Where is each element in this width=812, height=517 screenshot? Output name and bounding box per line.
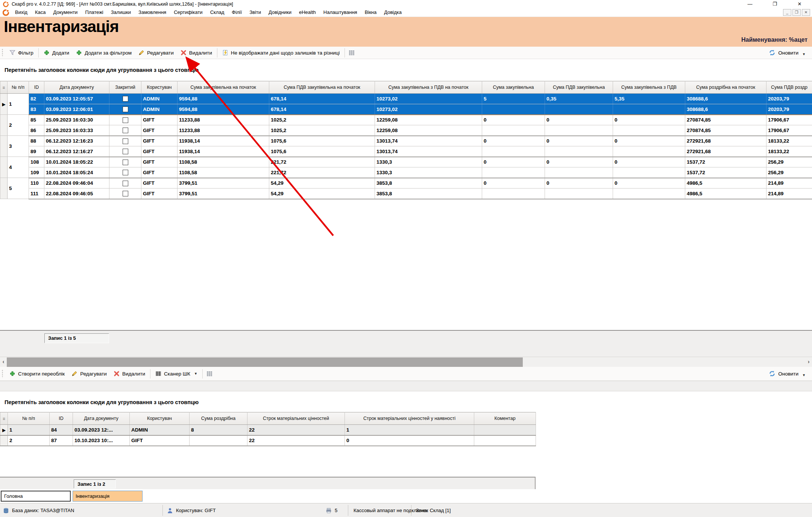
detail-edit-button[interactable]: Редагувати bbox=[68, 369, 110, 379]
cell-value[interactable]: 214,89 bbox=[766, 178, 812, 189]
cell-value[interactable]: 13013,74 bbox=[375, 146, 482, 157]
closed-checkbox[interactable] bbox=[123, 160, 128, 165]
cell-value[interactable] bbox=[190, 435, 247, 446]
horizontal-scrollbar[interactable]: ‹ › bbox=[0, 357, 812, 367]
cell-closed[interactable] bbox=[109, 146, 141, 157]
main-grid-row[interactable]: 8303.09.2023 12:06:01ADMIN9594,88678,141… bbox=[0, 104, 812, 115]
menu-item-3[interactable]: Документи bbox=[49, 8, 81, 17]
cell-user[interactable]: ADMIN bbox=[141, 104, 178, 115]
cell-date[interactable]: 22.08.2024 09:46:04 bbox=[44, 178, 109, 189]
closed-checkbox[interactable] bbox=[123, 128, 128, 133]
mdi-close-button[interactable]: ✕ bbox=[802, 9, 810, 16]
main-grid-column-header-7[interactable]: Сума ПДВ закупівельна на початок bbox=[269, 81, 375, 94]
main-grid-row[interactable]: 11122.08.2024 09:46:05GIFT3799,5154,2938… bbox=[0, 189, 812, 199]
cell-value[interactable]: 22 bbox=[247, 435, 345, 446]
cell-value[interactable]: 1 bbox=[345, 425, 474, 435]
tab-main[interactable]: Головна bbox=[1, 491, 71, 502]
cell-value[interactable]: 17906,67 bbox=[766, 115, 812, 125]
cell-value[interactable]: 1537,72 bbox=[685, 167, 766, 178]
restore-button[interactable]: ❐ bbox=[762, 0, 787, 8]
cell-value[interactable] bbox=[613, 125, 685, 136]
add-button[interactable]: Додати bbox=[40, 48, 73, 58]
cell-value[interactable]: 8 bbox=[190, 425, 247, 435]
cell-value[interactable]: 3799,51 bbox=[178, 178, 269, 189]
cell-value[interactable]: 0,35 bbox=[545, 94, 613, 104]
cell-user[interactable]: GIFT bbox=[141, 178, 178, 189]
menu-item-13[interactable]: Налаштування bbox=[320, 8, 361, 17]
cell-closed[interactable] bbox=[109, 104, 141, 115]
cell-id[interactable]: 88 bbox=[29, 136, 44, 146]
cell-value[interactable]: 1075,6 bbox=[269, 136, 375, 146]
menu-item-10[interactable]: Звіти bbox=[246, 8, 265, 17]
cell-value[interactable]: 3799,51 bbox=[178, 189, 269, 199]
cell-value[interactable]: 9594,88 bbox=[178, 94, 269, 104]
main-grid-row[interactable]: 410810.01.2024 18:05:22GIFT1108,58221,72… bbox=[0, 157, 812, 167]
close-button[interactable]: ✕ bbox=[787, 0, 812, 8]
cell-value[interactable]: 0 bbox=[613, 136, 685, 146]
cell-value[interactable]: 256,29 bbox=[766, 157, 812, 167]
cell-value[interactable] bbox=[613, 146, 685, 157]
menu-item-4[interactable]: Платежі bbox=[81, 8, 107, 17]
main-grid-column-header-4[interactable]: Закритий bbox=[109, 81, 141, 94]
cell-date[interactable]: 10.01.2024 18:05:24 bbox=[44, 167, 109, 178]
cell-id[interactable]: 83 bbox=[29, 104, 44, 115]
closed-checkbox[interactable] bbox=[123, 170, 128, 175]
cell-num[interactable]: 2 bbox=[8, 435, 50, 446]
detail-grid-column-header-8[interactable]: Коментар bbox=[474, 412, 536, 425]
cell-value[interactable]: 272921,68 bbox=[685, 146, 766, 157]
refresh-button[interactable]: Оновити ▼ bbox=[765, 48, 809, 58]
cell-value[interactable] bbox=[545, 189, 613, 199]
main-grid-group-number[interactable]: 1 bbox=[8, 94, 29, 115]
cell-value[interactable]: 0 bbox=[345, 435, 474, 446]
cell-value[interactable]: 20203,79 bbox=[766, 94, 812, 104]
cell-closed[interactable] bbox=[109, 125, 141, 136]
toolbar-grip[interactable] bbox=[2, 49, 3, 57]
detail-refresh-button[interactable]: Оновити ▼ bbox=[765, 369, 809, 379]
cell-value[interactable]: 1108,58 bbox=[178, 157, 269, 167]
minimize-button[interactable]: — bbox=[738, 0, 762, 8]
cell-value[interactable] bbox=[613, 167, 685, 178]
detail-grid-indicator-header[interactable]: ≣ bbox=[0, 412, 8, 425]
create-recount-button[interactable]: Створити переоблік bbox=[6, 369, 68, 379]
cell-id[interactable]: 108 bbox=[29, 157, 44, 167]
cell-value[interactable]: 11938,14 bbox=[178, 136, 269, 146]
cell-id[interactable]: 109 bbox=[29, 167, 44, 178]
cell-value[interactable]: 270874,85 bbox=[685, 125, 766, 136]
menu-item-1[interactable]: Вихід bbox=[11, 8, 31, 17]
cell-value[interactable]: 1330,3 bbox=[375, 157, 482, 167]
cell-value[interactable]: 10273,02 bbox=[375, 104, 482, 115]
cell-value[interactable] bbox=[474, 435, 536, 446]
cell-value[interactable]: 5 bbox=[482, 94, 545, 104]
cell-date[interactable]: 06.12.2023 12:16:23 bbox=[44, 136, 109, 146]
menu-item-5[interactable]: Залишки bbox=[107, 8, 135, 17]
detail-grid-column-header-2[interactable]: ID bbox=[50, 412, 73, 425]
cell-closed[interactable] bbox=[109, 136, 141, 146]
cell-num[interactable]: 1 bbox=[8, 425, 50, 435]
cell-value[interactable]: 0 bbox=[482, 136, 545, 146]
grid-columns-icon[interactable] bbox=[349, 50, 355, 56]
cell-id[interactable]: 85 bbox=[29, 115, 44, 125]
menu-item-15[interactable]: Довідка bbox=[380, 8, 405, 17]
cell-value[interactable] bbox=[482, 125, 545, 136]
cell-id[interactable]: 110 bbox=[29, 178, 44, 189]
cell-value[interactable]: 270874,85 bbox=[685, 115, 766, 125]
main-grid-column-header-8[interactable]: Сума закупівельна з ПДВ на початок bbox=[375, 81, 482, 94]
cell-closed[interactable] bbox=[109, 167, 141, 178]
barcode-scanner-button[interactable]: Сканер ШК ▼ bbox=[152, 369, 201, 379]
cell-value[interactable] bbox=[545, 125, 613, 136]
main-grid-column-header-5[interactable]: Користувач bbox=[141, 81, 178, 94]
cell-id[interactable]: 86 bbox=[29, 125, 44, 136]
cell-value[interactable]: 308688,6 bbox=[685, 104, 766, 115]
cell-user[interactable]: GIFT bbox=[141, 146, 178, 157]
cell-value[interactable]: 17906,67 bbox=[766, 125, 812, 136]
grid-columns-icon[interactable] bbox=[206, 371, 212, 377]
closed-checkbox[interactable] bbox=[123, 138, 128, 144]
main-grid-column-header-13[interactable]: Сума ПДВ роздр bbox=[766, 81, 812, 94]
cell-user[interactable]: GIFT bbox=[141, 157, 178, 167]
cell-closed[interactable] bbox=[109, 94, 141, 104]
main-grid-column-header-11[interactable]: Сума закупівельна з ПДВ bbox=[613, 81, 685, 94]
cell-value[interactable]: 11938,14 bbox=[178, 146, 269, 157]
menu-item-7[interactable]: Сертифікати bbox=[170, 8, 206, 17]
cell-value[interactable]: 10273,02 bbox=[375, 94, 482, 104]
closed-checkbox[interactable] bbox=[123, 96, 128, 102]
